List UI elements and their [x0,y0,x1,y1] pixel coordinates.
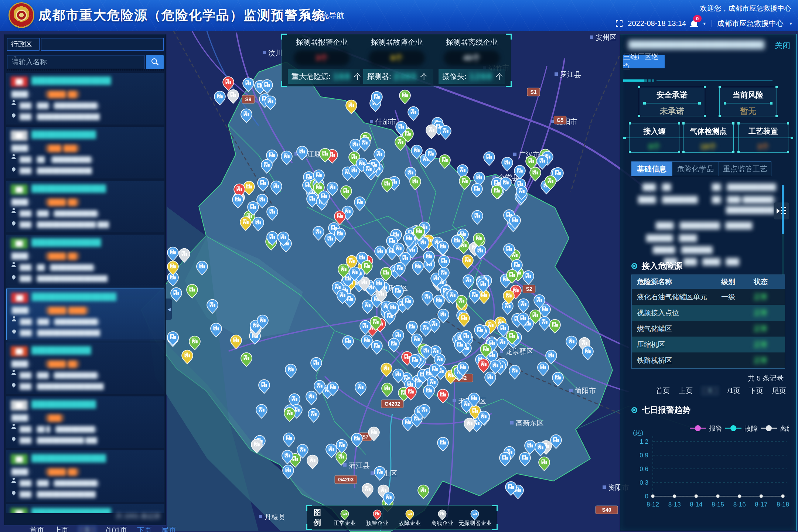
svg-text:S1: S1 [530,89,536,95]
person-icon [11,157,16,159]
svg-text:罗江县: 罗江县 [560,71,581,78]
company-list-item[interactable]: ████████████████████：【████·██】███：██（███… [6,235,164,286]
hazard-table-row[interactable]: 压缩机区正常 [632,337,785,352]
stat-label: 探测器报警企业 [285,37,359,47]
hazard-type-label: ████： [11,468,34,476]
search-input[interactable]: 请输入名称 [7,55,144,69]
user-menu[interactable]: 成都市应急救援中心 [717,18,784,28]
system-nav-button[interactable]: 系统导航 [304,10,344,21]
prev-page-link[interactable]: 上页 [679,386,693,396]
hazard-type-value: 【████·██】 [42,90,83,99]
svg-text:蒲江县: 蒲江县 [349,461,370,469]
search-button[interactable] [146,55,164,69]
last-page-link[interactable]: 尾页 [161,525,176,532]
location-icon [11,436,16,441]
hazard-type-value: 【████·██】 [42,252,83,260]
svg-text:G4203: G4203 [338,477,354,482]
chevron-down-icon: ▼ [702,21,706,26]
page-number-input[interactable]: 1 [702,386,719,395]
address: ███：██████████████████ [20,275,108,282]
panel-pagination: 首页 上页 1 /1页 下页 尾页 [656,386,786,396]
svg-text:8-17: 8-17 [755,501,767,508]
app-title: 成都市重大危险源（危险化学品）监测预警系统 [38,7,325,24]
svg-text:离线: 离线 [780,425,789,432]
info-field: ███：██ [642,183,671,191]
hazard-section-header: 接入危险源 [631,260,682,272]
svg-text:汶川: 汶川 [268,49,282,57]
stat-value: 3个 [294,50,350,66]
fullscreen-icon[interactable] [616,20,623,27]
location-icon [11,490,16,495]
svg-text:8-14: 8-14 [690,501,702,508]
app-logo-emblem [10,3,33,27]
company-list-item[interactable]: ███████████████████：【███】███：██ █（██████… [6,396,164,448]
counter-box: 重大危险源:168个 [288,69,360,84]
hazard-type-label: ████： [11,91,34,98]
contact-person: ███：██（███████████） [20,264,99,271]
location-icon [11,382,16,388]
person-icon [11,211,16,213]
hazard-table-row[interactable]: 视频接入点位正常 [632,305,785,321]
address: ███：█████████████████ [20,383,104,390]
legend-pin-icon [470,509,480,521]
company-list-item[interactable]: ███████████████████：【███·███】███：██ （███… [6,127,164,178]
company-list-item[interactable]: ██████████████████：【████·██】███：███（████… [6,342,164,394]
contact-person: ███：███（███████████） [20,372,103,379]
tab-basic-info[interactable]: 基础信息 [631,161,672,176]
svg-text:S7: S7 [362,434,368,440]
page-number-input[interactable]: 1 [78,526,96,532]
legend-item: 预警企业 [361,509,393,527]
next-page-link[interactable]: 下页 [749,386,763,396]
address: ███：████████████████ [20,113,100,120]
panel-scrollbar[interactable] [782,185,784,278]
info-field: ████：█████████ · ██████ [656,221,752,230]
next-page-link[interactable]: 下页 [137,525,152,532]
datetime: 2022-08-18 13:14 [628,19,686,28]
hazard-table-row[interactable]: 液化石油气储罐区单元一级正常 [632,289,785,305]
first-page-link[interactable]: 首页 [30,525,44,532]
tab-hazchem[interactable]: 危险化学品 [672,161,719,176]
company-name: █████████████████ [32,293,160,303]
hazard-table-row[interactable]: 燃气储罐区正常 [632,321,785,337]
company-list-item[interactable]: █████████████████████：【████·██】███：███（█… [6,450,164,502]
hazard-type-label: ████： [11,198,34,206]
svg-text:简阳市: 简阳市 [575,387,596,395]
collapse-info-icon[interactable] [774,202,789,219]
status-badge: ██ [11,400,28,410]
contact-person: ███：██ █（██████████） [20,426,100,433]
status-badge: ██ [11,293,28,303]
last-page-link[interactable]: 尾页 [772,386,786,396]
legend-label: 正常企业 [328,520,361,527]
region-filter-value-box[interactable] [41,38,164,51]
enterprise-sidebar: 行政区 ▼ 请输入名称 ██████████████████████：【████… [4,34,166,525]
status-badge: ██ [11,508,28,513]
counter-box: 探测器:2365个 [363,69,433,84]
sidebar-collapse-handle[interactable]: ◀ [166,299,172,320]
app-header: 成都市重大危险源（危险化学品）监测预警系统 系统导航 欢迎您，成都市应急救援中心… [0,0,798,31]
tab-key-process[interactable]: 重点监管工艺 [719,161,771,176]
legend-label: 离线企业 [426,520,458,527]
seven-day-alarm-trend-chart: (起)报警故障离线1.20.90.60.308-128-138-148-158-… [628,419,789,529]
3d-patrol-button[interactable]: 三维厂区巡查 [623,55,665,68]
close-panel-link[interactable]: 关闭 [775,40,790,51]
info-field: ██：███████████ [712,183,776,191]
company-list-item[interactable]: ███████████████████████：【████·████】███：█… [6,289,164,340]
enterprise-title: ████████████████████████████ [628,40,764,50]
first-page-link[interactable]: 首页 [656,386,670,396]
hazard-table-row[interactable]: 铁路栈桥区正常 [632,352,785,368]
contact-person: ███：███（███████████） [20,480,103,487]
company-name: ████████████ [31,346,160,357]
enterprise-detail-panel: ████████████████████████████ 关闭 三维厂区巡查 安… [620,34,797,531]
hazard-type-value: 【████·██】 [42,198,83,207]
address: ███：██████████████ [20,167,92,174]
company-list-item[interactable]: ██████████████████████：【████·██】███：███（… [6,73,164,125]
hazard-table: 危险源名称 级别 状态 液化石油气储罐区单元一级正常视频接入点位正常燃气储罐区正… [631,274,785,369]
svg-text:0.6: 0.6 [640,466,648,473]
region-filter-dropdown[interactable]: 行政区 ▼ [7,38,40,51]
stat-value: 40个 [444,50,500,66]
address: ███：███████████████ [20,491,96,498]
prev-page-link[interactable]: 上页 [54,525,69,532]
company-list-item[interactable]: █████████████████████：【████·██】███：███（█… [6,181,164,232]
map-legend: 图例 正常企业预警企业故障企业离线企业无探测器企业 [307,505,497,530]
svg-text:8-13: 8-13 [668,501,681,508]
